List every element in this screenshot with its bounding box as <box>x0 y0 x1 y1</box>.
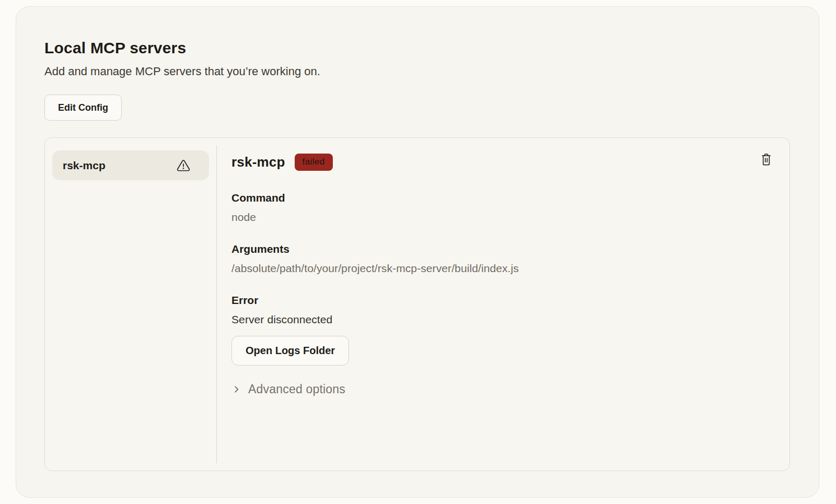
server-list-item-rsk-mcp[interactable]: rsk-mcp <box>52 150 209 180</box>
server-list: rsk-mcp <box>45 138 216 471</box>
warning-triangle-icon <box>177 159 190 172</box>
chevron-right-icon <box>231 384 241 394</box>
edit-config-button[interactable]: Edit Config <box>44 95 122 121</box>
error-value: Server disconnected <box>231 313 774 326</box>
command-field: Command node <box>231 192 774 224</box>
arguments-field: Arguments /absolute/path/to/your/project… <box>231 243 774 275</box>
command-value: node <box>231 211 774 224</box>
open-logs-folder-button[interactable]: Open Logs Folder <box>231 336 349 366</box>
page-subtitle: Add and manage MCP servers that you’re w… <box>44 64 790 79</box>
settings-card: Local MCP servers Add and manage MCP ser… <box>16 6 819 498</box>
server-list-item-label: rsk-mcp <box>63 159 106 172</box>
advanced-options-toggle[interactable]: Advanced options <box>231 382 774 396</box>
error-field: Error Server disconnected <box>231 294 774 326</box>
error-label: Error <box>231 294 774 307</box>
server-detail-header: rsk-mcp failed <box>231 151 774 172</box>
command-label: Command <box>231 192 774 204</box>
server-panel: rsk-mcp rsk-mcp failed <box>44 137 790 471</box>
page-title: Local MCP servers <box>44 39 790 57</box>
server-detail: rsk-mcp failed Command <box>217 138 789 471</box>
server-name: rsk-mcp <box>231 154 285 170</box>
delete-server-button[interactable] <box>759 151 774 168</box>
arguments-value: /absolute/path/to/your/project/rsk-mcp-s… <box>231 262 774 275</box>
status-badge: failed <box>295 154 333 171</box>
advanced-options-label: Advanced options <box>248 382 345 396</box>
arguments-label: Arguments <box>231 243 774 255</box>
trash-icon <box>760 153 773 167</box>
